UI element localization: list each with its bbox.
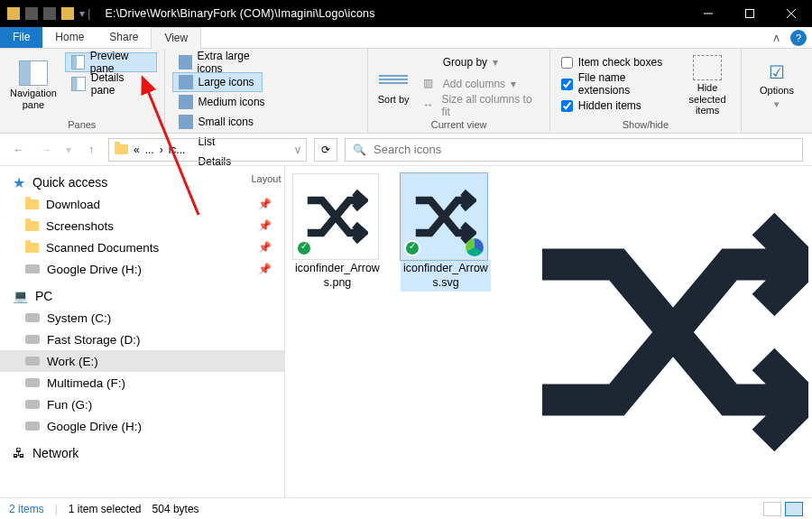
up-button[interactable]: ↑ <box>81 140 101 160</box>
file-name: iconfinder_Arrows.svg <box>401 260 491 292</box>
this-pc-root[interactable]: 💻PC <box>0 285 284 307</box>
breadcrumb-overflow[interactable]: « <box>134 144 140 156</box>
drive-icon <box>25 422 40 431</box>
sidebar-item-screenshots[interactable]: Screenshots📌 <box>0 215 284 236</box>
file-list[interactable]: iconfinder_Arrows.png iconfinder_Arrows.… <box>285 166 538 497</box>
checkbox[interactable] <box>561 79 573 90</box>
item-check-boxes-check[interactable]: Item check boxes <box>558 52 676 72</box>
breadcrumb-ellipsis[interactable]: ... <box>145 144 154 156</box>
refresh-button[interactable]: ⟳ <box>314 138 337 162</box>
ribbon-tabs: File Home Share View ʌ ? <box>0 27 812 49</box>
help-icon[interactable]: ? <box>790 30 807 46</box>
pin-icon: 📌 <box>258 263 272 275</box>
pc-icon: 💻 <box>13 289 28 303</box>
folder-icon <box>7 7 20 20</box>
size-columns-button[interactable]: ↔Size all columns to fit <box>417 96 542 116</box>
sidebar-drive-c[interactable]: System (C:) <box>0 307 284 329</box>
folder-icon <box>25 243 39 253</box>
folder-icon <box>115 144 128 154</box>
selection-size: 504 bytes <box>152 503 199 515</box>
tab-share[interactable]: Share <box>97 27 151 48</box>
label: Navigation pane <box>7 88 60 110</box>
recent-dropdown[interactable]: ▾ <box>63 140 74 160</box>
medium-icons-button[interactable]: Medium icons <box>172 92 279 112</box>
file-item[interactable]: iconfinder_Arrows.svg <box>401 173 491 292</box>
small-icons-button[interactable]: Small icons <box>172 112 263 132</box>
network-root[interactable]: 🖧Network <box>0 442 284 464</box>
sidebar-drive-e[interactable]: Work (E:) <box>0 350 284 372</box>
tab-file[interactable]: File <box>0 27 42 48</box>
group-layout: Extra large icons Large icons Medium ico… <box>165 49 369 133</box>
sync-badge-icon <box>296 240 312 256</box>
file-extensions-check[interactable]: File name extensions <box>558 74 676 94</box>
item-count: 2 items <box>9 503 44 515</box>
thumbnail <box>401 173 487 260</box>
titlebar: ▾ | E:\Drive\Work\BinaryFork (COM)\Imagi… <box>0 0 812 27</box>
drive-icon <box>25 335 40 344</box>
minimize-button[interactable] <box>687 0 729 27</box>
network-icon: 🖧 <box>13 446 25 460</box>
tab-view[interactable]: View <box>151 27 201 49</box>
qat-icon[interactable] <box>25 7 38 20</box>
grid-icon <box>179 115 193 129</box>
chevron-down-icon[interactable]: v <box>295 144 300 156</box>
preview-pane-button[interactable]: Preview pane <box>65 52 157 72</box>
search-input[interactable] <box>374 143 795 156</box>
breadcrumb[interactable]: « ...› ic... v <box>108 138 307 162</box>
folder-icon <box>25 221 39 231</box>
tab-home[interactable]: Home <box>42 27 97 48</box>
drive-icon <box>25 264 40 273</box>
group-panes: Navigation pane Preview pane Details pan… <box>0 49 165 133</box>
qat-icon[interactable] <box>43 7 56 20</box>
drive-icon <box>25 400 40 409</box>
back-button[interactable]: ← <box>9 140 29 160</box>
thumbnails-view-toggle[interactable] <box>785 502 803 516</box>
edge-badge-icon <box>466 238 484 256</box>
sidebar-drive-h[interactable]: Google Drive (H:) <box>0 415 284 437</box>
window-title: E:\Drive\Work\BinaryFork (COM)\Imagini\L… <box>97 7 687 20</box>
folder-icon <box>25 199 39 209</box>
file-item[interactable]: iconfinder_Arrows.png <box>292 173 383 292</box>
sort-by-button[interactable]: Sort by <box>375 52 411 117</box>
drive-icon <box>25 378 40 387</box>
navigation-pane-button[interactable]: Navigation pane <box>7 52 60 117</box>
sidebar-item-gdrive[interactable]: Google Drive (H:)📌 <box>0 258 284 280</box>
grid-icon <box>179 95 193 109</box>
details-view-toggle[interactable] <box>763 502 781 516</box>
sidebar-drive-f[interactable]: Multimeda (F:) <box>0 372 284 394</box>
checkbox[interactable] <box>561 57 573 69</box>
large-icons-button[interactable]: Large icons <box>172 72 263 92</box>
options-button[interactable]: ☑ Options ▾ <box>749 52 805 117</box>
extra-large-icons-button[interactable]: Extra large icons <box>172 52 279 72</box>
add-columns-button[interactable]: ▥Add columns ▾ <box>417 74 542 94</box>
pin-icon: 📌 <box>258 219 272 232</box>
hidden-items-check[interactable]: Hidden items <box>558 96 676 116</box>
label: Details pane <box>91 71 151 97</box>
sidebar-drive-g[interactable]: Fun (G:) <box>0 394 284 415</box>
drive-icon <box>25 313 40 322</box>
selection-count: 1 item selected <box>69 503 142 515</box>
quick-access-toolbar: ▾ | <box>0 7 97 20</box>
sort-icon <box>379 67 408 92</box>
close-button[interactable] <box>770 0 812 27</box>
breadcrumb-current[interactable]: ic... <box>169 144 186 156</box>
shuffle-icon <box>303 184 368 249</box>
sidebar-item-scanned[interactable]: Scanned Documents📌 <box>0 236 284 258</box>
maximize-button[interactable] <box>729 0 770 27</box>
group-by-button[interactable]: Group by ▾ <box>417 52 542 72</box>
group-label: Panes <box>7 117 157 133</box>
sidebar-item-download[interactable]: Download📌 <box>0 193 284 215</box>
checkbox[interactable] <box>561 100 573 112</box>
forward-button[interactable]: → <box>36 140 56 160</box>
drive-icon <box>25 357 40 366</box>
file-name: iconfinder_Arrows.png <box>292 260 383 292</box>
collapse-ribbon-icon[interactable]: ʌ <box>768 27 785 48</box>
sidebar-drive-d[interactable]: Fast Storage (D:) <box>0 329 284 350</box>
search-box[interactable]: 🔍 <box>345 138 803 162</box>
group-options: ☑ Options ▾ <box>742 49 812 133</box>
details-pane-button[interactable]: Details pane <box>65 74 157 94</box>
folder-icon <box>61 7 74 20</box>
quick-access-root[interactable]: ★Quick access <box>0 171 284 193</box>
pin-icon: 📌 <box>258 241 272 254</box>
hide-selected-button[interactable]: Hide selected items <box>681 52 734 117</box>
